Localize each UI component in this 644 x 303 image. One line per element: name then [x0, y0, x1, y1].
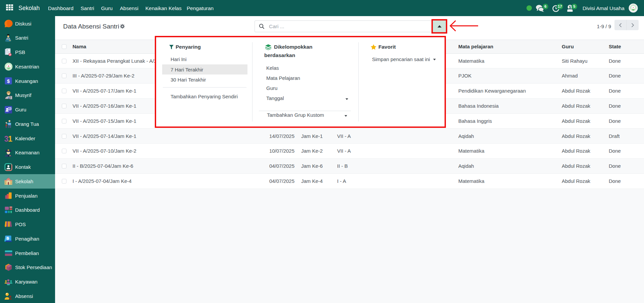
svg-text:1: 1: [8, 134, 12, 143]
svg-text:$: $: [569, 5, 571, 9]
svg-text:$: $: [7, 236, 9, 240]
svg-text:$: $: [7, 78, 10, 84]
